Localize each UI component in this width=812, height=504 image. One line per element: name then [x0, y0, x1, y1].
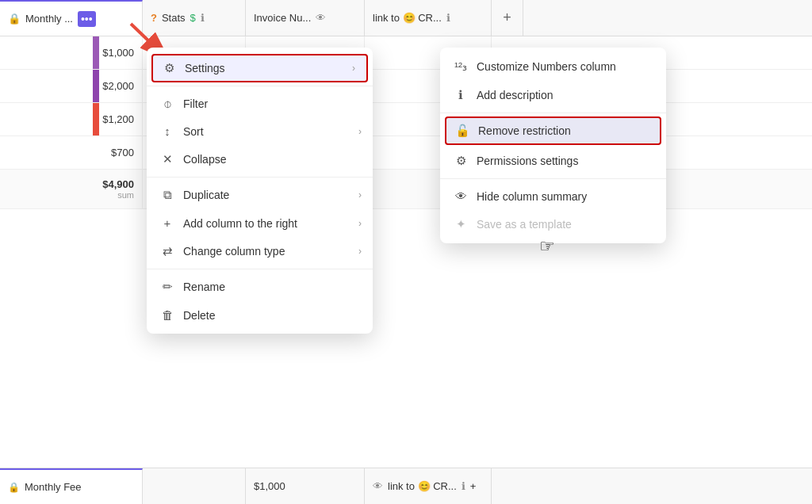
footer-eye-icon: 👁	[373, 480, 383, 492]
cell-monthly-1: $1,000	[0, 36, 143, 69]
footer-add-icon: +	[470, 480, 477, 492]
value-monthly-1: $1,000	[102, 47, 134, 59]
monthly-label: Monthly ...	[25, 13, 73, 25]
left-context-menu: ⚙ Settings › ⌽ Filter ↕ Sort › ✕ Collaps…	[147, 48, 373, 334]
filter-icon: ⌽	[159, 97, 175, 110]
settings-label: Settings	[185, 62, 225, 74]
color-bar-3	[93, 103, 99, 136]
settings-chevron: ›	[352, 63, 355, 74]
sort-icon: ↕	[159, 124, 175, 138]
menu-item-sort[interactable]: ↕ Sort ›	[147, 117, 373, 145]
menu-item-save-template[interactable]: ✦ Save as a template	[440, 210, 666, 239]
eye-icon-invoice: 👁	[316, 12, 326, 24]
right-divider-2	[440, 178, 666, 179]
header-row: 🔒 Monthly ... ••• ? Stats $ ℹ Invoice Nu…	[0, 0, 812, 36]
table-row: $700	[0, 136, 812, 170]
menu-divider-2	[147, 177, 373, 178]
footer-link[interactable]: 👁 link to 😊 CR... ℹ +	[365, 468, 492, 504]
menu-divider-3	[147, 269, 373, 269]
collapse-icon: ✕	[159, 152, 175, 166]
permissions-icon: ⚙	[453, 154, 469, 168]
info-icon-stats: ℹ	[201, 12, 205, 24]
link-label: link to 😊 CR...	[373, 12, 442, 24]
value-monthly-2: $2,000	[102, 80, 134, 92]
save-template-icon: ✦	[453, 217, 469, 231]
footer-invoice[interactable]: $1,000	[246, 468, 365, 504]
footer-invoice-value: $1,000	[254, 480, 285, 492]
header-invoice[interactable]: Invoice Nu... 👁	[246, 0, 365, 36]
save-template-label: Save as a template	[477, 218, 572, 231]
summary-value: $4,900	[102, 178, 134, 190]
data-rows: $1,000 $2,000 $1,200	[0, 36, 812, 209]
question-icon: ?	[151, 12, 157, 24]
hide-summary-label: Hide column summary	[477, 190, 587, 203]
dollar-icon: $	[190, 12, 196, 24]
add-column-chevron: ›	[358, 218, 362, 229]
right-context-menu: ¹²₃ Customize Numbers column ℹ Add descr…	[440, 48, 666, 243]
color-bar-1	[93, 36, 99, 69]
menu-item-customize[interactable]: ¹²₃ Customize Numbers column	[440, 52, 666, 81]
add-column-button[interactable]: +	[492, 0, 523, 36]
header-link[interactable]: link to 😊 CR... ℹ	[365, 0, 492, 36]
value-monthly-4: $700	[111, 147, 134, 158]
summary-monthly: $4,900 sum	[0, 170, 143, 208]
collapse-label: Collapse	[183, 153, 226, 166]
color-bar-4	[102, 136, 108, 169]
menu-item-duplicate[interactable]: ⧉ Duplicate ›	[147, 181, 373, 209]
table-row: $1,000	[0, 36, 812, 70]
duplicate-label: Duplicate	[183, 189, 229, 201]
rename-label: Rename	[183, 281, 225, 293]
menu-item-delete[interactable]: 🗑 Delete	[147, 301, 373, 329]
right-divider-1	[440, 113, 666, 113]
dots-menu-button[interactable]: •••	[78, 11, 96, 27]
menu-item-hide-summary[interactable]: 👁 Hide column summary	[440, 182, 666, 210]
remove-restriction-icon: 🔓	[454, 124, 470, 138]
spreadsheet: 🔒 Monthly ... ••• ? Stats $ ℹ Invoice Nu…	[0, 0, 812, 504]
delete-icon: 🗑	[159, 308, 175, 322]
sort-chevron: ›	[358, 126, 362, 137]
table-row: $1,200	[0, 103, 812, 136]
value-monthly-3: $1,200	[102, 113, 134, 125]
footer-row: 🔒 Monthly Fee $1,000 👁 link to 😊 CR... ℹ…	[0, 468, 812, 504]
cell-monthly-4: $700	[0, 136, 143, 169]
add-column-icon: +	[159, 216, 175, 230]
menu-item-add-description[interactable]: ℹ Add description	[440, 81, 666, 109]
cell-monthly-3: $1,200	[0, 103, 143, 136]
cell-monthly-2: $2,000	[0, 70, 143, 102]
hide-summary-icon: 👁	[453, 189, 469, 203]
menu-item-remove-restriction[interactable]: 🔓 Remove restriction	[445, 116, 661, 145]
delete-label: Delete	[183, 309, 215, 322]
menu-item-permissions[interactable]: ⚙ Permissions settings	[440, 147, 666, 175]
summary-row: $4,900 sum	[0, 170, 812, 209]
remove-restriction-label: Remove restriction	[478, 124, 571, 137]
menu-item-change-type[interactable]: ⇄ Change column type ›	[147, 237, 373, 265]
settings-icon: ⚙	[161, 61, 177, 75]
menu-item-rename[interactable]: ✏ Rename	[147, 273, 373, 301]
menu-item-filter[interactable]: ⌽ Filter	[147, 90, 373, 117]
stats-label: Stats	[162, 12, 186, 24]
footer-lock-icon: 🔒	[8, 482, 20, 493]
menu-item-add-column[interactable]: + Add column to the right ›	[147, 209, 373, 237]
footer-monthly-label: Monthly Fee	[25, 481, 82, 493]
summary-label: sum	[117, 190, 134, 200]
change-type-chevron: ›	[358, 246, 362, 257]
menu-item-settings[interactable]: ⚙ Settings ›	[151, 54, 368, 82]
footer-monthly[interactable]: 🔒 Monthly Fee	[0, 468, 143, 504]
change-type-label: Change column type	[183, 245, 285, 258]
change-type-icon: ⇄	[159, 244, 175, 258]
menu-divider-1	[147, 86, 373, 86]
lock-icon: 🔒	[8, 13, 21, 25]
footer-link-label: link to 😊 CR...	[388, 480, 457, 492]
menu-item-collapse[interactable]: ✕ Collapse	[147, 145, 373, 174]
filter-label: Filter	[183, 97, 208, 110]
header-monthly[interactable]: 🔒 Monthly ... •••	[0, 0, 143, 36]
add-description-label: Add description	[477, 89, 553, 101]
footer-stats[interactable]	[143, 468, 246, 504]
duplicate-icon: ⧉	[159, 188, 175, 202]
info-icon-link: ℹ	[446, 12, 450, 24]
customize-icon: ¹²₃	[453, 59, 469, 74]
table-row: $2,000	[0, 70, 812, 103]
header-stats[interactable]: ? Stats $ ℹ	[143, 0, 246, 36]
add-column-label: Add column to the right	[183, 217, 297, 230]
sort-label: Sort	[183, 125, 204, 138]
